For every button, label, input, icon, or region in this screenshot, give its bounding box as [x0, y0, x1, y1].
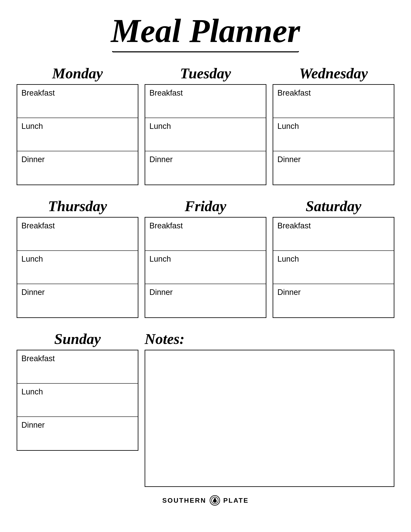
bottom-row: Sunday Breakfast Lunch Dinner Notes: [17, 330, 394, 487]
tuesday-meals: Breakfast Lunch Dinner [145, 84, 266, 185]
tuesday-breakfast[interactable]: Breakfast [145, 85, 266, 118]
saturday-label: Saturday [273, 198, 394, 215]
monday-breakfast-label: Breakfast [21, 88, 134, 97]
monday-lunch-label: Lunch [21, 122, 134, 131]
saturday-dinner[interactable]: Dinner [273, 284, 394, 317]
wednesday-block: Wednesday Breakfast Lunch Dinner [273, 65, 394, 185]
thursday-breakfast[interactable]: Breakfast [17, 218, 138, 251]
tuesday-breakfast-label: Breakfast [149, 88, 262, 97]
friday-lunch[interactable]: Lunch [145, 251, 266, 284]
tuesday-dinner[interactable]: Dinner [145, 151, 266, 185]
monday-label: Monday [17, 65, 138, 82]
sunday-block: Sunday Breakfast Lunch Dinner [17, 330, 138, 451]
thursday-dinner-label: Dinner [21, 288, 134, 297]
sunday-lunch-label: Lunch [21, 387, 134, 396]
chicken-icon [211, 496, 219, 504]
thursday-block: Thursday Breakfast Lunch Dinner [17, 198, 138, 318]
wednesday-dinner-label: Dinner [277, 155, 390, 164]
saturday-meals: Breakfast Lunch Dinner [273, 217, 394, 318]
saturday-lunch[interactable]: Lunch [273, 251, 394, 284]
page-title: Meal Planner [111, 12, 300, 49]
friday-meals: Breakfast Lunch Dinner [145, 217, 266, 318]
saturday-lunch-label: Lunch [277, 255, 390, 264]
sunday-label: Sunday [17, 330, 138, 348]
friday-dinner-label: Dinner [149, 288, 262, 297]
footer-text-left: SOUTHERN [162, 497, 206, 504]
monday-meals: Breakfast Lunch Dinner [17, 84, 138, 185]
week-row-2: Thursday Breakfast Lunch Dinner Friday B… [17, 198, 394, 318]
thursday-dinner[interactable]: Dinner [17, 284, 138, 317]
notes-block: Notes: [145, 330, 394, 487]
thursday-breakfast-label: Breakfast [21, 221, 134, 230]
thursday-lunch[interactable]: Lunch [17, 251, 138, 284]
friday-breakfast-label: Breakfast [149, 221, 262, 230]
wednesday-lunch[interactable]: Lunch [273, 118, 394, 151]
monday-breakfast[interactable]: Breakfast [17, 85, 138, 118]
footer: SOUTHERN PLATE [162, 495, 249, 506]
thursday-meals: Breakfast Lunch Dinner [17, 217, 138, 318]
thursday-label: Thursday [17, 198, 138, 215]
tuesday-block: Tuesday Breakfast Lunch Dinner [145, 65, 266, 185]
wednesday-dinner[interactable]: Dinner [273, 151, 394, 185]
tuesday-lunch[interactable]: Lunch [145, 118, 266, 151]
sunday-lunch[interactable]: Lunch [17, 384, 138, 417]
wednesday-breakfast[interactable]: Breakfast [273, 85, 394, 118]
saturday-dinner-label: Dinner [277, 288, 390, 297]
sunday-meals: Breakfast Lunch Dinner [17, 350, 138, 451]
thursday-lunch-label: Lunch [21, 255, 134, 264]
friday-dinner[interactable]: Dinner [145, 284, 266, 317]
tuesday-label: Tuesday [145, 65, 266, 82]
wednesday-lunch-label: Lunch [277, 122, 390, 131]
friday-label: Friday [145, 198, 266, 215]
friday-lunch-label: Lunch [149, 255, 262, 264]
notes-label: Notes: [145, 330, 394, 348]
week-row-1: Monday Breakfast Lunch Dinner Tuesday Br… [17, 65, 394, 185]
title-underline [112, 51, 299, 52]
wednesday-meals: Breakfast Lunch Dinner [273, 84, 394, 185]
monday-lunch[interactable]: Lunch [17, 118, 138, 151]
wednesday-breakfast-label: Breakfast [277, 88, 390, 97]
tuesday-lunch-label: Lunch [149, 122, 262, 131]
monday-block: Monday Breakfast Lunch Dinner [17, 65, 138, 185]
friday-breakfast[interactable]: Breakfast [145, 218, 266, 251]
saturday-breakfast[interactable]: Breakfast [273, 218, 394, 251]
monday-dinner-label: Dinner [21, 155, 134, 164]
sunday-breakfast-label: Breakfast [21, 354, 134, 363]
footer-text-right: PLATE [223, 497, 249, 504]
friday-block: Friday Breakfast Lunch Dinner [145, 198, 266, 318]
notes-box[interactable] [145, 350, 394, 487]
sunday-dinner[interactable]: Dinner [17, 417, 138, 450]
tuesday-dinner-label: Dinner [149, 155, 262, 164]
monday-dinner[interactable]: Dinner [17, 151, 138, 185]
planner-grid: Monday Breakfast Lunch Dinner Tuesday Br… [17, 65, 394, 487]
sunday-dinner-label: Dinner [21, 421, 134, 429]
sunday-breakfast[interactable]: Breakfast [17, 350, 138, 384]
wednesday-label: Wednesday [273, 65, 394, 82]
saturday-breakfast-label: Breakfast [277, 221, 390, 230]
saturday-block: Saturday Breakfast Lunch Dinner [273, 198, 394, 318]
footer-logo [210, 495, 220, 506]
